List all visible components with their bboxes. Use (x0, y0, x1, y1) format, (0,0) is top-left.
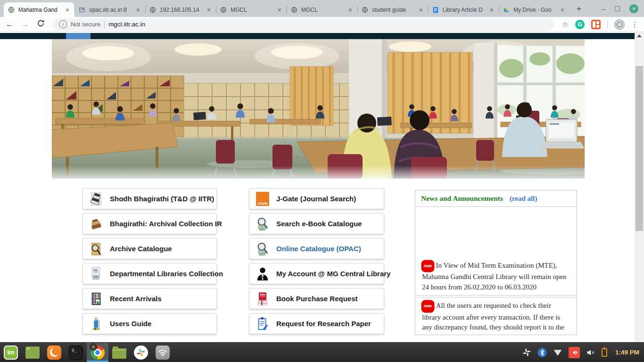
mint-menu-button[interactable]: lm (0, 343, 22, 362)
tab-title: student guide (372, 7, 414, 13)
link-jgate[interactable]: J-Gate J-Gate (Journal Search) (249, 188, 384, 209)
tab-close-icon[interactable]: × (135, 6, 141, 14)
tab-close-icon[interactable]: × (276, 6, 283, 14)
tab-close-icon[interactable]: × (206, 6, 212, 14)
thesis-books-icon (89, 191, 104, 207)
news-item: newAll the users are requested to check … (415, 297, 577, 334)
link-bhagirathi-archival[interactable]: Bhagirathi: Archival Collection IR (83, 213, 217, 234)
globe-favicon-icon (361, 6, 369, 14)
tab-title: 192.168.105.14 (160, 7, 202, 13)
link-my-account[interactable]: My Account @ MG Central Library (249, 263, 384, 284)
screen: Mahatma Gand × opac.iitr.ac.in:8 × 192.1… (0, 0, 644, 362)
tab-mahatma-gandhi[interactable]: Mahatma Gand × (4, 2, 74, 17)
link-online-catalogue-opac[interactable]: Online Catalogue (OPAC) (249, 238, 384, 259)
security-label: Not secure (71, 21, 100, 28)
tab-close-icon[interactable]: × (559, 6, 566, 14)
reload-icon[interactable] (37, 19, 45, 29)
link-shodh-bhagirathi[interactable]: Shodh Bhagirathi (T&D @ IITR) (83, 188, 217, 209)
news-text: All the users are requested to check the… (422, 302, 564, 331)
link-archive-catalogue[interactable]: Archive Catalogue (83, 238, 217, 259)
volume-muted-icon[interactable] (586, 348, 595, 357)
link-users-guide[interactable]: Users Guide (83, 313, 217, 334)
tab-ip-address[interactable]: 192.168.105.14 × (145, 2, 216, 17)
battery-icon[interactable] (602, 348, 607, 357)
address-bar[interactable]: i Not secure mgcl.iitr.ac.in (53, 18, 553, 31)
file-manager-launcher[interactable] (108, 343, 130, 362)
network-status-icon[interactable] (553, 349, 562, 356)
library-photo (52, 39, 585, 179)
window-controls: – × (602, 0, 644, 17)
new-badge: new (422, 261, 434, 272)
tab-opac[interactable]: opac.iitr.ac.in:8 × (74, 2, 145, 17)
red-book-icon (255, 291, 270, 307)
tab-mgcl-2[interactable]: MGCL × (287, 2, 357, 17)
tab-title: Mahatma Gand (18, 7, 61, 13)
tab-title: MGCL (301, 7, 344, 13)
site-navigation-bar[interactable] (0, 33, 635, 39)
user-kiosk-icon (89, 316, 104, 332)
link-departmental-libraries[interactable]: Departmental Libraries Collection (83, 263, 217, 284)
news-panel: News and Announcements (read all) newIn … (415, 190, 577, 335)
link-search-ebook-catalogue[interactable]: Search e-Book Catalogue (249, 213, 384, 234)
news-text: In View of Mid Term Examination (MTE), M… (422, 262, 567, 291)
bookmark-star-icon[interactable]: ☆ (562, 20, 569, 29)
terminal-icon: $_ (69, 346, 83, 360)
link-label: Bhagirathi: Archival Collection IR (110, 220, 222, 228)
page-scrollbar[interactable] (635, 32, 644, 342)
scrollbar-thumb[interactable] (636, 66, 643, 231)
news-item: newIn View of Mid Term Examination (MTE)… (415, 207, 577, 296)
firefox-launcher[interactable] (43, 343, 65, 362)
tab-mgcl-1[interactable]: MGCL × (216, 2, 287, 17)
minimize-window-icon[interactable]: – (602, 5, 605, 12)
link-book-purchase-request[interactable]: Book Purchase Request (249, 288, 384, 309)
anydesk-icon[interactable] (569, 347, 580, 358)
desktop-icon (25, 346, 40, 359)
globe-favicon-icon (149, 6, 157, 14)
maximize-window-icon[interactable] (615, 6, 620, 11)
link-request-research-paper[interactable]: Request for Research Paper (249, 313, 384, 334)
clipboard-pencil-icon (255, 316, 270, 332)
forward-icon[interactable]: → (21, 20, 29, 28)
book-search-icon (255, 241, 270, 257)
clock[interactable]: 1:49 PM (615, 349, 639, 356)
terminal-launcher[interactable]: $_ (65, 343, 87, 362)
news-title: News and Announcements (421, 194, 503, 203)
show-desktop-button[interactable] (22, 343, 43, 362)
link-label: Request for Research Paper (276, 320, 371, 328)
account-person-icon (255, 266, 270, 282)
tab-close-icon[interactable]: × (488, 6, 495, 14)
department-doc-icon (89, 266, 104, 282)
tab-library-article[interactable]: Library Article D × (428, 2, 499, 17)
jgate-icon-text: J-Gate (257, 201, 268, 206)
tab-student-guide[interactable]: student guide × (357, 2, 428, 17)
chrome-badge: 6 (90, 343, 97, 351)
firefox-icon (47, 346, 61, 360)
read-all-link[interactable]: (read all) (510, 195, 537, 203)
tab-close-icon[interactable]: × (64, 6, 71, 14)
link-label: Book Purchase Request (276, 295, 358, 303)
globe-favicon-icon (8, 6, 15, 14)
scroll-up-icon[interactable] (637, 34, 642, 37)
profile-avatar[interactable] (614, 19, 625, 30)
page-viewport: Shodh Bhagirathi (T&D @ IITR) Bhagirathi… (0, 32, 644, 342)
back-icon[interactable]: ← (6, 20, 14, 28)
bluetooth-icon[interactable] (537, 348, 547, 357)
grammarly-extension-icon[interactable]: G (575, 20, 585, 29)
link-recent-arrivals[interactable]: Recent Arrivals (83, 288, 217, 309)
bookshelf-icon (89, 291, 104, 307)
tab-close-icon[interactable]: × (347, 6, 354, 14)
jgate-icon: J-Gate (255, 191, 270, 207)
tab-close-icon[interactable]: × (418, 6, 424, 14)
network-app-launcher[interactable] (152, 343, 173, 362)
slack-tray-icon[interactable] (522, 348, 531, 357)
browser-menu-icon[interactable]: ⋮ (631, 20, 638, 29)
info-icon[interactable]: i (59, 20, 67, 28)
image-favicon-icon (78, 6, 86, 14)
slack-launcher[interactable] (130, 343, 152, 362)
close-window-icon[interactable]: × (629, 4, 638, 13)
new-tab-button[interactable]: + (572, 2, 586, 16)
chrome-launcher[interactable]: 6 (87, 343, 108, 362)
extension-icon[interactable] (591, 20, 601, 29)
google-docs-favicon-icon (432, 6, 439, 14)
tab-my-drive[interactable]: My Drive - Goo × (499, 2, 570, 17)
